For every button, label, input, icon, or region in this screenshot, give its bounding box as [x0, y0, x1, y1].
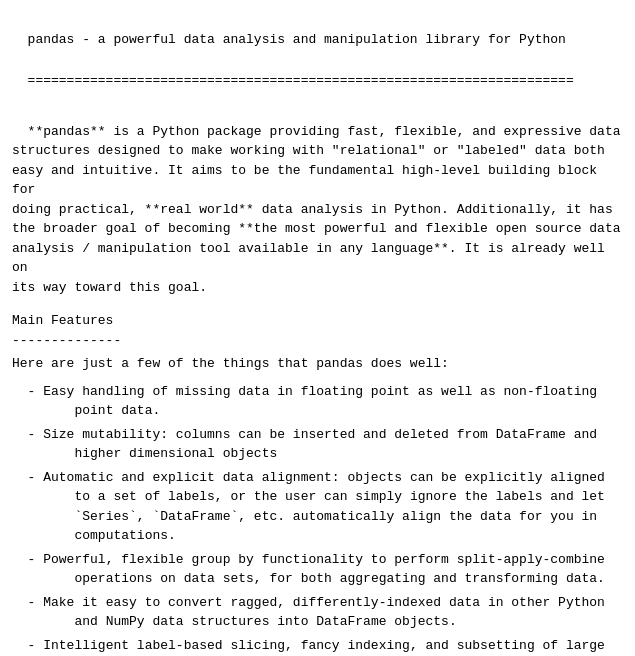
- feature-list: - Easy handling of missing data in float…: [12, 382, 623, 657]
- feature-text: Make it easy to convert ragged, differen…: [43, 593, 623, 632]
- feature-bullet: -: [12, 550, 43, 570]
- feature-bullet: -: [12, 425, 43, 445]
- section-intro-text: Here are just a few of the things that p…: [12, 356, 449, 371]
- section-underline-text: --------------: [12, 333, 121, 348]
- separator-line: ========================================…: [12, 51, 623, 90]
- feature-text: Powerful, flexible group by functionalit…: [43, 550, 623, 589]
- list-item: - Intelligent label-based slicing, fancy…: [12, 636, 623, 657]
- feature-bullet: -: [12, 636, 43, 656]
- title-text: pandas - a powerful data analysis and ma…: [28, 32, 566, 47]
- list-item: - Size mutability: columns can be insert…: [12, 425, 623, 464]
- section-title: Main Features: [12, 311, 623, 331]
- list-item: - Automatic and explicit data alignment:…: [12, 468, 623, 546]
- feature-bullet: -: [12, 468, 43, 488]
- description-text: **pandas** is a Python package providing…: [12, 124, 621, 295]
- feature-text: Easy handling of missing data in floatin…: [43, 382, 623, 421]
- feature-bullet: -: [12, 593, 43, 613]
- feature-bullet: -: [12, 382, 43, 402]
- description-block: **pandas** is a Python package providing…: [12, 102, 623, 297]
- list-item: - Powerful, flexible group by functional…: [12, 550, 623, 589]
- separator-text: ========================================…: [28, 73, 574, 88]
- feature-text: Size mutability: columns can be inserted…: [43, 425, 623, 464]
- title-line: pandas - a powerful data analysis and ma…: [12, 10, 623, 49]
- section-intro: Here are just a few of the things that p…: [12, 354, 623, 374]
- section-title-text: Main Features: [12, 313, 113, 328]
- section-underline: --------------: [12, 331, 623, 351]
- feature-text: Intelligent label-based slicing, fancy i…: [43, 636, 623, 657]
- feature-text: Automatic and explicit data alignment: o…: [43, 468, 623, 546]
- list-item: - Make it easy to convert ragged, differ…: [12, 593, 623, 632]
- list-item: - Easy handling of missing data in float…: [12, 382, 623, 421]
